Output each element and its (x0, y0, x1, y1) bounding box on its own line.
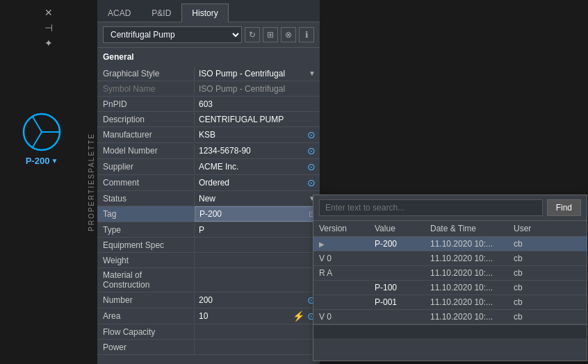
prop-tag: Tag P-200 ⊡ (97, 206, 320, 222)
prop-comment: Comment Ordered ⊙ (97, 175, 320, 191)
info-button[interactable]: ℹ (299, 27, 314, 42)
svg-line-3 (33, 132, 42, 147)
pump-symbol-svg (21, 111, 63, 153)
pin-icon[interactable]: ⊣ (42, 21, 56, 35)
section-general: General (97, 48, 320, 66)
prop-graphical-style: Graphical Style ISO Pump - Centrifugal ▼ (97, 66, 320, 81)
model-link-icon[interactable]: ⊙ (307, 145, 316, 156)
prop-manufacturer: Manufacturer KSB ⊙ (97, 127, 320, 143)
properties-scroll-area[interactable]: General Graphical Style ISO Pump - Centr… (97, 48, 320, 364)
col-value: Value (375, 224, 430, 233)
history-row-4[interactable]: P-100 11.10.2020 10:... cb (313, 281, 587, 295)
history-row-1[interactable]: ▶ P-200 11.10.2020 10:... cb (313, 237, 587, 251)
close-icon[interactable]: ✕ (42, 6, 56, 19)
prop-symbol-name: Symbol Name ISO Pump - Centrifugal (97, 81, 320, 97)
history-row-6[interactable]: V 0 11.10.2020 10:... cb (313, 310, 587, 324)
grid-button[interactable]: ⊞ (263, 27, 278, 42)
history-footer (313, 324, 587, 338)
properties-palette-label: PROPERTIESPALETTE (88, 133, 95, 231)
prop-area: Area 10 ⚡ ⊙ (97, 308, 320, 324)
pump-dropdown-arrow[interactable]: ▼ (51, 157, 58, 165)
tab-history[interactable]: History (181, 3, 228, 22)
svg-line-2 (33, 117, 42, 132)
history-row-5[interactable]: P-001 11.10.2020 10:... cb (313, 295, 587, 310)
link-button[interactable]: ⊗ (281, 27, 296, 42)
tab-acad[interactable]: ACAD (97, 3, 141, 22)
left-icon-group: ✕ ⊣ ✦ (42, 6, 56, 50)
tab-pid[interactable]: P&ID (141, 3, 181, 22)
history-search-input[interactable] (319, 199, 543, 216)
properties-panel: ACAD P&ID History Centrifugal Pump ↻ ⊞ ⊗… (97, 0, 320, 364)
manufacturer-link-icon[interactable]: ⊙ (307, 129, 316, 140)
prop-status: Status New ▼ (97, 191, 320, 206)
prop-supplier: Supplier ACME Inc. ⊙ (97, 159, 320, 175)
prop-weight: Weight (97, 253, 320, 268)
col-datetime: Date & Time (430, 224, 514, 233)
pump-label: P-200 ▼ (26, 156, 58, 166)
prop-power: Power (97, 340, 320, 355)
find-button[interactable]: Find (547, 199, 581, 216)
settings-icon[interactable]: ✦ (42, 36, 56, 50)
history-table-body: ▶ P-200 11.10.2020 10:... cb V 0 11.10.2… (313, 237, 587, 324)
tabs-bar: ACAD P&ID History (97, 0, 320, 22)
refresh-button[interactable]: ↻ (245, 27, 260, 42)
prop-number: Number 200 ⊙ (97, 292, 320, 308)
col-version: Version (319, 224, 375, 233)
history-row-3[interactable]: R A 11.10.2020 10:... cb (313, 266, 587, 281)
supplier-link-icon[interactable]: ⊙ (307, 161, 316, 172)
prop-pnpid: PnPID 603 (97, 97, 320, 112)
prop-material: Material of Construction (97, 268, 320, 292)
history-popup: Find Version Value Date & Time User ▶ P-… (313, 195, 587, 361)
type-dropdown[interactable]: Centrifugal Pump (103, 26, 242, 43)
prop-flow-capacity: Flow Capacity (97, 324, 320, 340)
prop-model-number: Model Number 1234-5678-90 ⊙ (97, 143, 320, 159)
history-row-2[interactable]: V 0 11.10.2020 10:... cb (313, 251, 587, 266)
graphical-style-arrow[interactable]: ▼ (309, 69, 316, 77)
col-user: User (514, 224, 555, 233)
prop-description: Description CENTRIFUGAL PUMP (97, 112, 320, 127)
history-table-header: Version Value Date & Time User (313, 221, 587, 237)
prop-type: Type P (97, 222, 320, 238)
left-sidebar: ✕ ⊣ ✦ P-200 ▼ PROPERTIESPALETTE (0, 0, 97, 364)
panel-header: Centrifugal Pump ↻ ⊞ ⊗ ℹ (97, 22, 320, 48)
expand-arrow-icon[interactable]: ▶ (319, 240, 325, 248)
history-search-bar: Find (313, 195, 587, 221)
area-bolt-icon[interactable]: ⚡ (293, 311, 304, 322)
pump-symbol-area: P-200 ▼ (0, 111, 83, 166)
prop-equipment-spec: Equipment Spec (97, 238, 320, 253)
comment-link-icon[interactable]: ⊙ (307, 177, 316, 188)
